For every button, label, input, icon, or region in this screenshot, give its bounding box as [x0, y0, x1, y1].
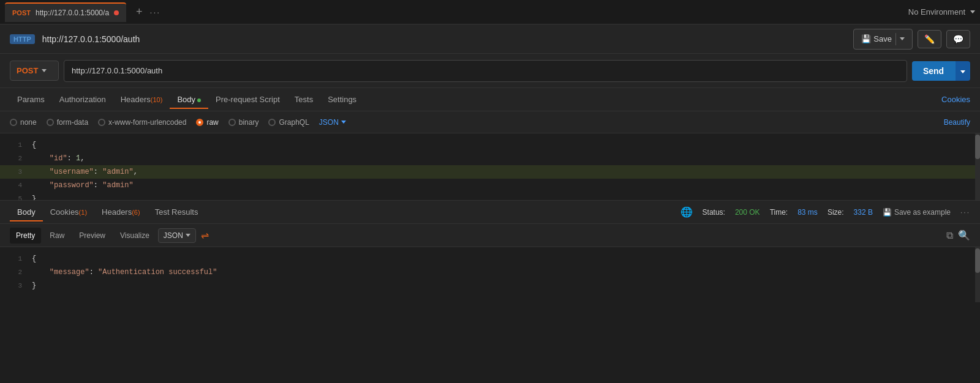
save-icon: 💾 — [861, 34, 871, 43]
status-label: Status: — [703, 208, 725, 217]
environment-selector[interactable]: No Environment — [908, 7, 975, 17]
body-active-dot — [197, 99, 201, 102]
environment-label: No Environment — [908, 7, 965, 17]
tab-headers[interactable]: Headers(10) — [113, 90, 170, 109]
none-label: none — [20, 118, 37, 127]
binary-label: binary — [239, 118, 259, 127]
send-button[interactable]: Send — [912, 61, 955, 81]
save-icon-small: 💾 — [883, 208, 892, 217]
method-selector[interactable]: POST — [10, 61, 59, 81]
raw-radio — [196, 119, 203, 126]
cookies-link[interactable]: Cookies — [941, 95, 970, 104]
raw-label: raw — [206, 118, 218, 127]
code-line-1: 1 { — [0, 138, 980, 152]
http-badge: HTTP — [10, 34, 35, 44]
cookies-tab-label: Cookies — [50, 207, 79, 217]
response-scrollbar-thumb — [975, 248, 980, 273]
code-line-4: 4 "password": "admin" — [0, 179, 980, 192]
code-line-5: 5 } — [0, 192, 980, 201]
tab-prerequest[interactable]: Pre-request Script — [208, 90, 287, 109]
send-dropdown-button[interactable] — [955, 61, 970, 81]
view-tab-visualize[interactable]: Visualize — [114, 228, 156, 244]
url-input[interactable] — [64, 60, 907, 82]
tab-authorization[interactable]: Authorization — [52, 90, 113, 109]
request-body-editor[interactable]: 1 { 2 "id": 1, 3 "username": "admin", 4 … — [0, 133, 980, 201]
new-tab-button[interactable]: + — [131, 6, 148, 18]
headers-count: (10) — [151, 96, 163, 103]
response-scrollbar[interactable] — [975, 247, 980, 302]
response-actions: ⧉ 🔍 — [946, 229, 970, 241]
body-label: Body — [177, 95, 195, 104]
response-format-label: JSON — [164, 231, 183, 240]
response-size: 332 B — [854, 208, 873, 217]
save-example-button[interactable]: 💾 Save as example — [883, 208, 951, 217]
option-urlencoded[interactable]: x-www-form-urlencoded — [98, 118, 186, 127]
method-dropdown-icon — [42, 69, 47, 72]
send-group: Send — [912, 61, 970, 81]
more-options-button[interactable]: ··· — [960, 208, 970, 217]
filter-icon[interactable]: ⇌ — [201, 229, 209, 241]
editor-scrollbar-thumb — [975, 135, 980, 159]
headers-label: Headers — [121, 95, 151, 104]
beautify-button[interactable]: Beautify — [944, 118, 970, 127]
time-label: Time: — [770, 208, 788, 217]
res-tab-cookies[interactable]: Cookies(1) — [43, 203, 94, 221]
body-options: none form-data x-www-form-urlencoded raw… — [0, 111, 980, 133]
response-format-selector[interactable]: JSON — [158, 228, 196, 243]
option-raw[interactable]: raw — [196, 118, 218, 127]
size-label: Size: — [827, 208, 844, 217]
tab-method: POST — [12, 9, 31, 17]
view-tab-preview[interactable]: Preview — [73, 228, 111, 244]
title-actions: 💾 Save ✏️ 💬 — [853, 29, 970, 50]
response-tabs: Body Cookies(1) Headers(6) Test Results … — [0, 201, 980, 224]
headers-tab-label: Headers — [102, 207, 132, 217]
response-view-tabs: Pretty Raw Preview Visualize JSON ⇌ ⧉ 🔍 — [0, 224, 980, 247]
view-tab-raw[interactable]: Raw — [43, 228, 70, 244]
request-title-url: http://127.0.0.1:5000/auth — [42, 34, 140, 44]
json-format-selector[interactable]: JSON — [319, 118, 346, 127]
option-form-data[interactable]: form-data — [47, 118, 88, 127]
code-line-3: 3 "username": "admin", — [0, 165, 980, 179]
urlencoded-radio — [98, 119, 105, 126]
tab-settings[interactable]: Settings — [320, 90, 364, 109]
save-divider — [895, 33, 896, 45]
form-data-radio — [47, 119, 54, 126]
option-binary[interactable]: binary — [228, 118, 259, 127]
search-response-button[interactable]: 🔍 — [958, 229, 970, 241]
more-tabs-button[interactable]: ··· — [150, 7, 161, 17]
copy-response-button[interactable]: ⧉ — [946, 230, 953, 241]
res-headers-count: (6) — [132, 209, 140, 216]
urlencoded-label: x-www-form-urlencoded — [108, 118, 186, 127]
edit-icon-button[interactable]: ✏️ — [918, 30, 941, 48]
title-bar: HTTP http://127.0.0.1:5000/auth 💾 Save ✏… — [0, 24, 980, 54]
send-dropdown-icon — [960, 70, 965, 73]
status-code: 200 OK — [735, 208, 760, 217]
option-none[interactable]: none — [10, 118, 37, 127]
save-label: Save — [873, 34, 892, 43]
tab-params[interactable]: Params — [10, 90, 52, 109]
comment-icon-button[interactable]: 💬 — [946, 30, 970, 48]
form-data-label: form-data — [57, 118, 88, 127]
option-graphql[interactable]: GraphQL — [268, 118, 309, 127]
active-tab[interactable]: POST http://127.0.0.1:5000/a — [5, 2, 126, 22]
save-button[interactable]: 💾 Save — [853, 29, 913, 50]
res-tab-test-results[interactable]: Test Results — [148, 203, 206, 221]
editor-scrollbar[interactable] — [975, 133, 980, 200]
graphql-radio — [268, 119, 276, 126]
request-bar: POST Send — [0, 54, 980, 88]
save-example-label: Save as example — [894, 208, 951, 217]
status-info: 🌐 Status: 200 OK Time: 83 ms Size: 332 B… — [680, 206, 970, 218]
tab-tests[interactable]: Tests — [287, 90, 320, 109]
binary-radio — [228, 119, 236, 126]
save-dropdown-icon — [900, 37, 905, 40]
globe-icon[interactable]: 🌐 — [680, 206, 693, 218]
json-label: JSON — [319, 118, 339, 127]
res-tab-body[interactable]: Body — [10, 203, 43, 221]
tab-url: http://127.0.0.1:5000/a — [36, 9, 109, 17]
request-tabs: Params Authorization Headers(10) Body Pr… — [0, 88, 980, 111]
view-tab-pretty[interactable]: Pretty — [10, 228, 41, 244]
none-radio — [10, 119, 17, 126]
graphql-label: GraphQL — [279, 118, 309, 127]
res-tab-headers[interactable]: Headers(6) — [94, 203, 148, 221]
tab-body[interactable]: Body — [170, 90, 208, 109]
